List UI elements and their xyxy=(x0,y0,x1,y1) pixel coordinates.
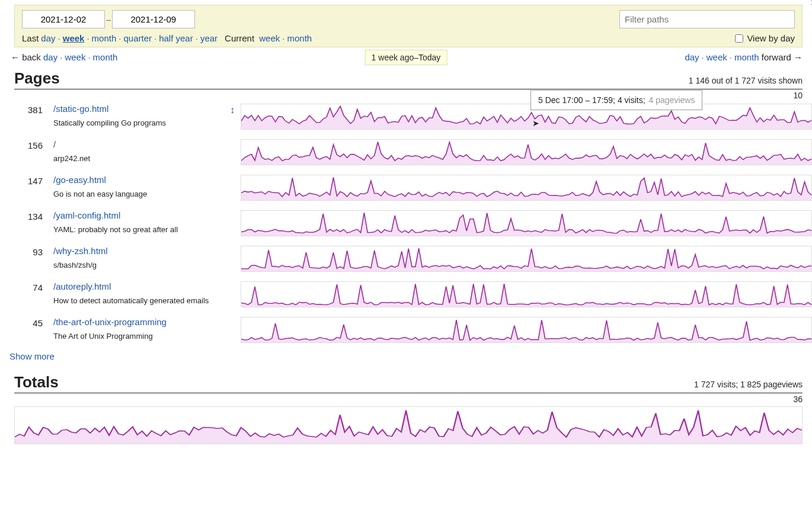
resize-handle xyxy=(230,139,241,165)
filter-paths-input[interactable] xyxy=(619,10,795,28)
page-visit-count: 74 xyxy=(0,281,53,307)
resize-handle xyxy=(230,210,241,236)
forward-link-week[interactable]: week xyxy=(706,52,727,62)
tooltip-pageviews: 4 pageviews xyxy=(649,95,695,105)
page-path-link[interactable]: /autoreply.html xyxy=(53,281,223,291)
pages-heading-text: Pages xyxy=(14,69,60,88)
sparkline-chart[interactable] xyxy=(241,317,812,343)
sparkline-chart[interactable] xyxy=(241,104,812,130)
page-path-link[interactable]: / xyxy=(53,139,223,149)
totals-heading-text: Totals xyxy=(14,373,59,392)
sparkline-chart[interactable] xyxy=(241,175,812,201)
page-visit-count: 45 xyxy=(0,317,53,343)
resize-handle xyxy=(230,281,241,307)
back-link-week[interactable]: week xyxy=(65,52,85,62)
current-link-week[interactable]: week xyxy=(259,33,280,43)
forward-link-month[interactable]: month xyxy=(734,52,759,62)
last-link-month[interactable]: month xyxy=(92,33,117,43)
sparkline-chart[interactable] xyxy=(14,406,803,444)
page-path-link[interactable]: /go-easy.html xyxy=(53,175,223,185)
forward-arrow: forward → xyxy=(762,52,803,62)
page-title-text: How to detect automatically generated em… xyxy=(53,296,223,305)
last-link-week[interactable]: week xyxy=(63,33,85,43)
last-link-year[interactable]: year xyxy=(200,33,218,43)
page-title-text: Go is not an easy language xyxy=(53,190,223,198)
page-row: 134/yaml-config.htmlYAML: probably not s… xyxy=(0,207,812,242)
current-label: Current xyxy=(225,33,254,43)
page-row: 147/go-easy.htmlGo is not an easy langua… xyxy=(0,171,812,207)
tooltip-main: 5 Dec 17:00 – 17:59; 4 visits; xyxy=(538,95,645,105)
cursor-icon: ➤ xyxy=(532,118,539,128)
page-visit-count: 93 xyxy=(0,246,53,272)
page-visit-count: 147 xyxy=(0,175,53,201)
show-more-link[interactable]: Show more xyxy=(0,349,812,368)
page-title-text: YAML: probably not so great after all xyxy=(53,225,223,234)
totals-heading: Totals 1 727 visits; 1 825 pageviews xyxy=(14,373,803,393)
page-title-text: s/bash/zsh/g xyxy=(53,261,223,269)
resize-handle xyxy=(230,175,241,201)
page-title-text: The Art of Unix Programming xyxy=(53,332,223,341)
totals-section: Totals 1 727 visits; 1 825 pageviews xyxy=(0,368,812,393)
resize-handle xyxy=(230,246,241,272)
page-path-link[interactable]: /the-art-of-unix-programming xyxy=(53,317,223,327)
page-title-text: arp242.net xyxy=(53,154,223,163)
date-from-input[interactable] xyxy=(22,10,105,28)
date-to-input[interactable] xyxy=(112,10,195,28)
period-nav: ← back day·week·month 1 week ago–Today d… xyxy=(0,50,812,65)
forward-link-day[interactable]: day xyxy=(685,52,699,62)
period-badge: 1 week ago–Today xyxy=(365,50,447,65)
view-by-day-toggle[interactable]: View by day xyxy=(735,33,795,43)
resize-handle[interactable]: ↕ xyxy=(230,104,241,130)
last-link-day[interactable]: day xyxy=(41,33,55,43)
chart-tooltip: 5 Dec 17:00 – 17:59; 4 visits; 4 pagevie… xyxy=(530,90,702,110)
totals-summary: 1 727 visits; 1 825 pageviews xyxy=(694,380,803,389)
page-visit-count: 134 xyxy=(0,210,53,236)
view-by-day-label: View by day xyxy=(747,33,795,43)
page-path-link[interactable]: /yaml-config.html xyxy=(53,210,223,220)
sparkline-chart[interactable] xyxy=(241,210,812,236)
page-row: 93/why-zsh.htmls/bash/zsh/g xyxy=(0,242,812,278)
last-label: Last xyxy=(22,33,39,43)
last-link-half-year[interactable]: half year xyxy=(159,33,193,43)
filter-bar: – Last day·week·month·quarter·half year·… xyxy=(14,5,803,47)
last-link-quarter[interactable]: quarter xyxy=(123,33,152,43)
view-by-day-checkbox[interactable] xyxy=(735,34,743,43)
page-path-link[interactable]: /why-zsh.html xyxy=(53,246,223,256)
pages-section: Pages 1 146 out of 1 727 visits shown xyxy=(0,65,812,89)
totals-yaxis-max: 36 xyxy=(0,393,812,404)
page-title-text: Statically compiling Go programs xyxy=(53,118,223,127)
pages-list: 381/static-go.htmlStatically compiling G… xyxy=(0,100,812,349)
page-path-link[interactable]: /static-go.html xyxy=(53,104,223,114)
sparkline-chart[interactable] xyxy=(241,139,812,165)
back-arrow: ← back xyxy=(11,52,41,62)
pages-summary: 1 146 out of 1 727 visits shown xyxy=(689,76,803,85)
back-link-month[interactable]: month xyxy=(93,52,118,62)
page-visit-count: 381 xyxy=(0,104,53,130)
page-visit-count: 156 xyxy=(0,139,53,165)
page-row: 74/autoreply.htmlHow to detect automatic… xyxy=(0,278,812,313)
settings-button[interactable] xyxy=(808,0,812,11)
sparkline-chart[interactable] xyxy=(241,246,812,272)
totals-chart[interactable] xyxy=(0,404,812,444)
pages-heading: Pages 1 146 out of 1 727 visits shown xyxy=(14,69,803,89)
sparkline-chart[interactable] xyxy=(241,281,812,307)
date-separator: – xyxy=(106,15,111,24)
back-link-day[interactable]: day xyxy=(43,52,57,62)
page-row: 45/the-art-of-unix-programmingThe Art of… xyxy=(0,313,812,349)
current-link-month[interactable]: month xyxy=(287,33,312,43)
gear-icon xyxy=(808,0,812,9)
page-row: 156/arp242.net xyxy=(0,136,812,171)
resize-handle xyxy=(230,317,241,343)
